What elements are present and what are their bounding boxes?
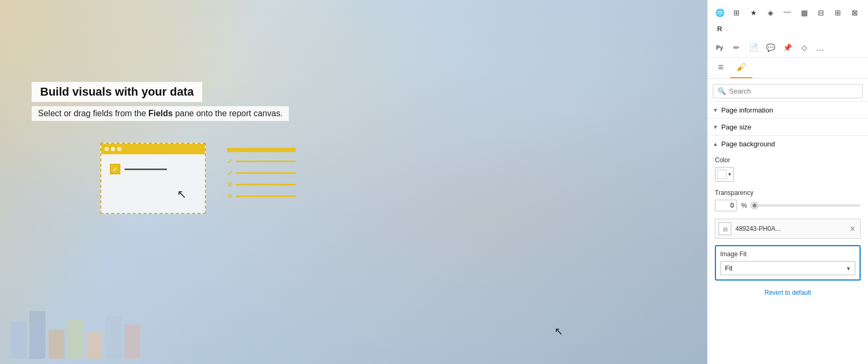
illus-check-4: ✕: [227, 192, 233, 200]
illus-cursor: ↖: [177, 188, 186, 201]
transparency-input[interactable]: [715, 200, 737, 211]
section-header-page-background[interactable]: ▲ Page background: [707, 136, 868, 152]
grid3-icon[interactable]: ⊠: [847, 5, 863, 20]
transparency-row: %: [715, 200, 861, 211]
map-icon[interactable]: ◈: [762, 5, 778, 20]
image-row: ▤ 489243-PH0A... ✕: [715, 219, 861, 239]
illus-check-2: ✓: [227, 169, 233, 177]
chart-bar-6: [106, 316, 121, 359]
section-label-page-information: Page information: [721, 106, 773, 114]
chart-bar-2: [30, 311, 45, 359]
illus-check-1: ✓: [227, 157, 233, 165]
image-name: 489243-PH0A...: [735, 225, 844, 232]
illus-window: ✓: [100, 143, 206, 214]
transparency-slider[interactable]: [751, 204, 861, 207]
illus-dot-1: [105, 147, 109, 151]
illus-row-line-4: [236, 195, 296, 197]
overlay-text: Build visuals with your data Select or d…: [32, 82, 289, 121]
wave-icon[interactable]: 〰: [779, 5, 795, 20]
chart-bar-3: [49, 330, 64, 359]
illus-check-3: ✕: [227, 181, 233, 189]
chart-bars: [0, 301, 211, 364]
illus-list-row-2: ✓: [227, 169, 296, 177]
slider-thumb: [751, 202, 758, 209]
section-label-page-background: Page background: [721, 140, 775, 148]
py-icon[interactable]: Py: [712, 40, 728, 55]
section-header-page-size[interactable]: ▼ Page size: [707, 119, 868, 135]
section-header-page-information[interactable]: ▼ Page information: [707, 102, 868, 118]
illus-checkbox: ✓: [110, 164, 120, 174]
chart-bar-5: [87, 332, 102, 359]
headline-box: Build visuals with your data: [32, 82, 202, 102]
color-row: ▼: [715, 167, 861, 182]
chevron-page-background: ▲: [713, 141, 718, 147]
headline: Build visuals with your data: [40, 85, 194, 98]
illustration: ✓ ↖ ✓ ✓ ✕ ✕: [100, 143, 296, 219]
star-icon[interactable]: ★: [746, 5, 761, 20]
edit-icon[interactable]: ✏: [729, 40, 744, 55]
fit-select-wrapper: Fit Fill Normal Tile ▼: [720, 261, 855, 275]
illus-list-header: [227, 148, 296, 152]
canvas-area: Build visuals with your data Select or d…: [0, 0, 707, 364]
color-dropdown-arrow: ▼: [728, 172, 732, 177]
illus-list-row-4: ✕: [227, 192, 296, 200]
illus-list-row-3: ✕: [227, 181, 296, 189]
tab-format[interactable]: ≡: [712, 58, 730, 78]
illus-dot-3: [117, 147, 121, 151]
r-icon[interactable]: R: [712, 21, 728, 36]
fit-select[interactable]: Fit Fill Normal Tile: [720, 261, 855, 275]
chart-bar-4: [68, 319, 83, 359]
page-background-content: Color ▼ Transparency % ▤ 489243-PH0A... …: [707, 152, 868, 305]
icon-row-1: 🌐 ⊞ ★ ◈ 〰 ▦ ⊟ ⊞ ⊠ R: [712, 3, 864, 38]
tab-paint[interactable]: 🖌: [730, 58, 752, 78]
illus-list: ✓ ✓ ✕ ✕: [227, 148, 296, 204]
more-icons-button[interactable]: ...: [813, 41, 827, 54]
chevron-page-size: ▼: [713, 124, 718, 130]
search-box[interactable]: 🔍: [713, 84, 863, 98]
chevron-page-information: ▼: [713, 107, 718, 113]
illus-window-bar: [101, 144, 205, 154]
color-swatch: [717, 170, 727, 179]
color-swatch-button[interactable]: ▼: [715, 167, 734, 182]
search-icon: 🔍: [718, 87, 726, 95]
chat-icon[interactable]: 💬: [762, 40, 778, 55]
chart-bar-1: [11, 322, 26, 359]
illus-dot-2: [111, 147, 115, 151]
grid-icon[interactable]: ⊟: [813, 5, 829, 20]
pct-label: %: [741, 202, 747, 209]
illus-row-line-3: [236, 184, 296, 185]
right-panel: 🌐 ⊞ ★ ◈ 〰 ▦ ⊟ ⊞ ⊠ R Py ✏ 📄 💬 📌 ◇ ... ≡ 🖌: [707, 0, 868, 364]
section-label-page-size: Page size: [721, 123, 751, 131]
illus-line: [125, 169, 167, 170]
table-icon[interactable]: ⊞: [729, 5, 744, 20]
icon-row-2: Py ✏ 📄 💬 📌 ◇ ...: [712, 38, 864, 57]
table2-icon[interactable]: ▦: [796, 5, 812, 20]
tab-paint-icon: 🖌: [737, 62, 746, 72]
illus-row-line-1: [236, 161, 296, 162]
grid2-icon[interactable]: ⊞: [830, 5, 846, 20]
illus-checkbox-row: ✓: [110, 164, 205, 174]
subtitle-box: Select or drag fields from the Fields pa…: [32, 106, 289, 121]
globe-icon[interactable]: 🌐: [712, 5, 728, 20]
pin-icon[interactable]: 📌: [779, 40, 795, 55]
tab-row: ≡ 🖌: [707, 58, 868, 79]
diamond-icon[interactable]: ◇: [796, 40, 812, 55]
image-remove-button[interactable]: ✕: [848, 225, 857, 233]
revert-to-default-link[interactable]: Revert to default: [715, 286, 861, 300]
subtitle: Select or drag fields from the Fields pa…: [38, 109, 282, 118]
transparency-label: Transparency: [715, 189, 861, 197]
illus-list-row-1: ✓: [227, 157, 296, 165]
chart-bar-7: [125, 324, 140, 359]
doc-icon[interactable]: 📄: [746, 40, 761, 55]
search-input[interactable]: [729, 87, 858, 95]
image-thumbnail: ▤: [719, 222, 731, 235]
image-fit-section: Image Fit Fit Fill Normal Tile ▼: [715, 245, 861, 281]
color-label: Color: [715, 156, 861, 164]
icon-toolbar: 🌐 ⊞ ★ ◈ 〰 ▦ ⊟ ⊞ ⊠ R Py ✏ 📄 💬 📌 ◇ ...: [707, 0, 868, 58]
illus-row-line-2: [236, 172, 296, 174]
image-fit-label: Image Fit: [720, 250, 855, 258]
tab-format-icon: ≡: [718, 62, 724, 72]
